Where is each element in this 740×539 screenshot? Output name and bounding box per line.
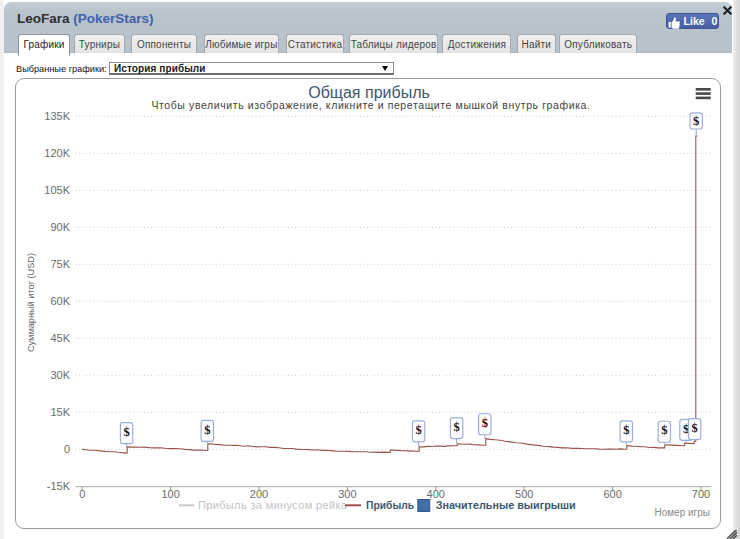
svg-text:30K: 30K bbox=[50, 369, 70, 381]
svg-text:$: $ bbox=[123, 425, 129, 439]
svg-text:-15K: -15K bbox=[47, 480, 71, 492]
svg-text:$: $ bbox=[415, 423, 421, 437]
svg-text:$: $ bbox=[453, 420, 459, 434]
svg-text:$: $ bbox=[482, 416, 488, 430]
svg-text:200: 200 bbox=[250, 488, 268, 500]
svg-text:Номер игры: Номер игры bbox=[654, 507, 710, 518]
svg-text:Прибыль: Прибыль bbox=[366, 500, 414, 511]
svg-text:120K: 120K bbox=[44, 147, 70, 159]
svg-text:Суммарный итог (USD): Суммарный итог (USD) bbox=[26, 253, 36, 352]
svg-text:45K: 45K bbox=[50, 332, 70, 344]
svg-text:0: 0 bbox=[79, 488, 85, 500]
svg-text:0: 0 bbox=[64, 443, 70, 455]
svg-text:$: $ bbox=[691, 421, 697, 435]
svg-text:500: 500 bbox=[515, 488, 533, 500]
svg-text:105K: 105K bbox=[44, 184, 70, 196]
svg-text:$: $ bbox=[623, 423, 629, 437]
svg-text:300: 300 bbox=[338, 488, 356, 500]
svg-text:Прибыль за минусом рейка: Прибыль за минусом рейка bbox=[198, 499, 348, 511]
svg-text:60K: 60K bbox=[50, 295, 70, 307]
svg-text:400: 400 bbox=[427, 488, 445, 500]
svg-text:135K: 135K bbox=[44, 110, 70, 122]
svg-text:100: 100 bbox=[161, 488, 179, 500]
svg-text:$: $ bbox=[693, 114, 699, 128]
svg-text:15K: 15K bbox=[50, 406, 70, 418]
svg-text:$: $ bbox=[204, 423, 210, 437]
svg-text:$: $ bbox=[661, 423, 667, 437]
svg-text:700: 700 bbox=[692, 488, 710, 500]
svg-text:90K: 90K bbox=[50, 221, 70, 233]
svg-text:75K: 75K bbox=[50, 258, 70, 270]
svg-text:600: 600 bbox=[603, 488, 621, 500]
svg-text:Значительные выигрыши: Значительные выигрыши bbox=[436, 499, 576, 511]
svg-text:Чтобы увеличить изображение, к: Чтобы увеличить изображение, кликните и … bbox=[151, 99, 590, 111]
